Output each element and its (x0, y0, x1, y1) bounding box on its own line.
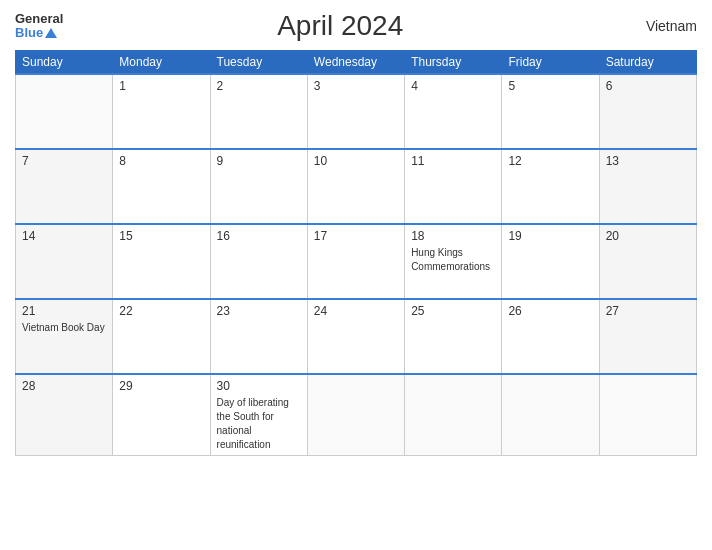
header-monday: Monday (113, 51, 210, 75)
event-text: Day of liberating the South for national… (217, 397, 289, 450)
day-number: 10 (314, 154, 398, 168)
day-number: 13 (606, 154, 690, 168)
weekday-header-row: Sunday Monday Tuesday Wednesday Thursday… (16, 51, 697, 75)
calendar-cell: 15 (113, 224, 210, 299)
calendar-cell (405, 374, 502, 456)
calendar-cell: 1 (113, 74, 210, 149)
calendar-cell: 14 (16, 224, 113, 299)
calendar-cell: 24 (307, 299, 404, 374)
calendar-cell: 29 (113, 374, 210, 456)
calendar-table: Sunday Monday Tuesday Wednesday Thursday… (15, 50, 697, 456)
calendar-cell: 9 (210, 149, 307, 224)
day-number: 21 (22, 304, 106, 318)
day-number: 2 (217, 79, 301, 93)
header-tuesday: Tuesday (210, 51, 307, 75)
calendar-cell: 8 (113, 149, 210, 224)
calendar-cell: 21Vietnam Book Day (16, 299, 113, 374)
calendar-cell: 13 (599, 149, 696, 224)
calendar-cell (16, 74, 113, 149)
day-number: 20 (606, 229, 690, 243)
day-number: 9 (217, 154, 301, 168)
calendar-cell: 2 (210, 74, 307, 149)
day-number: 7 (22, 154, 106, 168)
calendar-cell: 4 (405, 74, 502, 149)
calendar-cell: 27 (599, 299, 696, 374)
day-number: 25 (411, 304, 495, 318)
logo-blue-text: Blue (15, 26, 63, 40)
calendar-week-row: 78910111213 (16, 149, 697, 224)
day-number: 17 (314, 229, 398, 243)
day-number: 3 (314, 79, 398, 93)
logo-triangle-icon (45, 28, 57, 38)
calendar-cell: 3 (307, 74, 404, 149)
calendar-cell: 5 (502, 74, 599, 149)
day-number: 4 (411, 79, 495, 93)
day-number: 5 (508, 79, 592, 93)
calendar-week-row: 123456 (16, 74, 697, 149)
calendar-cell: 30Day of liberating the South for nation… (210, 374, 307, 456)
country-label: Vietnam (617, 18, 697, 34)
calendar-cell: 25 (405, 299, 502, 374)
day-number: 18 (411, 229, 495, 243)
day-number: 19 (508, 229, 592, 243)
day-number: 23 (217, 304, 301, 318)
header-wednesday: Wednesday (307, 51, 404, 75)
calendar-week-row: 1415161718Hung Kings Commemorations1920 (16, 224, 697, 299)
calendar-cell: 20 (599, 224, 696, 299)
calendar-week-row: 282930Day of liberating the South for na… (16, 374, 697, 456)
calendar-cell: 7 (16, 149, 113, 224)
calendar-cell: 28 (16, 374, 113, 456)
calendar-page: General Blue April 2024 Vietnam Sunday M… (0, 0, 712, 550)
event-text: Hung Kings Commemorations (411, 247, 490, 272)
calendar-cell: 18Hung Kings Commemorations (405, 224, 502, 299)
day-number: 8 (119, 154, 203, 168)
calendar-cell (502, 374, 599, 456)
day-number: 28 (22, 379, 106, 393)
day-number: 14 (22, 229, 106, 243)
header-sunday: Sunday (16, 51, 113, 75)
header-thursday: Thursday (405, 51, 502, 75)
day-number: 27 (606, 304, 690, 318)
day-number: 30 (217, 379, 301, 393)
day-number: 11 (411, 154, 495, 168)
calendar-title: April 2024 (63, 10, 617, 42)
calendar-cell: 6 (599, 74, 696, 149)
calendar-cell: 23 (210, 299, 307, 374)
calendar-cell: 26 (502, 299, 599, 374)
day-number: 6 (606, 79, 690, 93)
calendar-cell (599, 374, 696, 456)
logo-general-text: General (15, 12, 63, 26)
calendar-cell: 10 (307, 149, 404, 224)
calendar-cell: 19 (502, 224, 599, 299)
day-number: 1 (119, 79, 203, 93)
calendar-cell: 17 (307, 224, 404, 299)
day-number: 15 (119, 229, 203, 243)
header-saturday: Saturday (599, 51, 696, 75)
calendar-header: General Blue April 2024 Vietnam (15, 10, 697, 42)
calendar-cell: 11 (405, 149, 502, 224)
day-number: 29 (119, 379, 203, 393)
calendar-cell: 22 (113, 299, 210, 374)
day-number: 12 (508, 154, 592, 168)
logo: General Blue (15, 12, 63, 41)
event-text: Vietnam Book Day (22, 322, 105, 333)
day-number: 26 (508, 304, 592, 318)
day-number: 22 (119, 304, 203, 318)
day-number: 16 (217, 229, 301, 243)
calendar-cell: 12 (502, 149, 599, 224)
header-friday: Friday (502, 51, 599, 75)
calendar-cell (307, 374, 404, 456)
calendar-cell: 16 (210, 224, 307, 299)
day-number: 24 (314, 304, 398, 318)
calendar-week-row: 21Vietnam Book Day222324252627 (16, 299, 697, 374)
